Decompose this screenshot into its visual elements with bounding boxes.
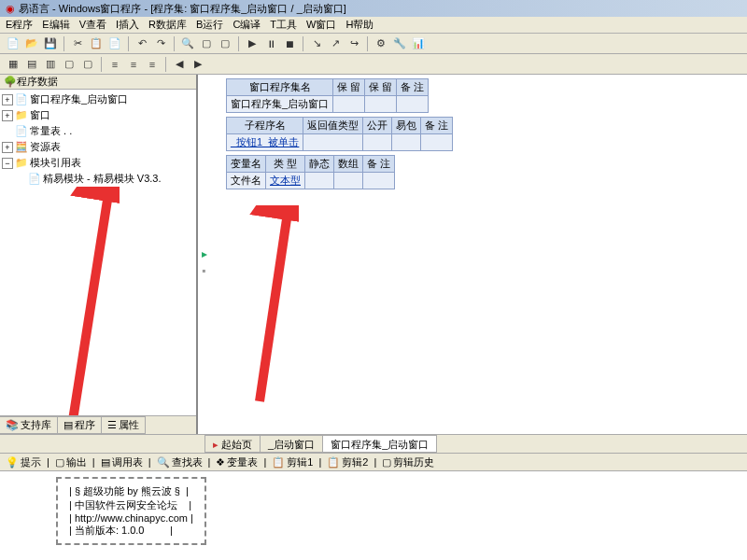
code-editor[interactable]: 窗口程序集名保 留保 留备 注 窗口程序集_启动窗口 子程序名返回值类型公开易包… <box>198 75 747 434</box>
tree-node-constants[interactable]: 📄 常量表 . . <box>2 123 194 139</box>
tool-icon[interactable]: ⚙ <box>374 36 388 51</box>
layout-icon[interactable]: ▦ <box>6 57 21 72</box>
layout-icon[interactable]: ▢ <box>80 57 95 72</box>
tab-support[interactable]: 📚支持库 <box>0 416 58 434</box>
collapse-icon[interactable]: − <box>2 158 13 169</box>
tree-node-modules[interactable]: − 📁 模块引用表 <box>2 155 194 171</box>
menu-run[interactable]: B运行 <box>196 18 223 32</box>
tab-startwindow[interactable]: _启动窗口 <box>260 435 323 453</box>
tree-view[interactable]: + 📄 窗口程序集_启动窗口 + 📁 窗口 📄 常量表 . . + 🧮 资源表 … <box>0 90 196 415</box>
tab-startpage[interactable]: ▸ 起始页 <box>204 435 261 453</box>
step-icon[interactable]: ↗ <box>328 36 343 51</box>
menubar: E程序 E编辑 V查看 I插入 R数据库 B运行 C编译 T工具 W窗口 H帮助 <box>0 17 747 34</box>
menu-program[interactable]: E程序 <box>6 18 33 32</box>
align-icon[interactable]: ≡ <box>145 57 160 72</box>
separator: | <box>92 456 95 468</box>
menu-edit[interactable]: E编辑 <box>42 18 69 32</box>
step-icon[interactable]: ↪ <box>346 36 361 51</box>
expand-icon[interactable]: + <box>2 142 13 153</box>
doc-icon: 📄 <box>15 125 28 137</box>
undo-icon[interactable]: ↶ <box>134 36 149 51</box>
cell[interactable] <box>363 173 395 189</box>
copy-icon[interactable]: 📋 <box>89 36 104 51</box>
cell[interactable] <box>305 173 334 189</box>
align-icon[interactable]: ≡ <box>107 57 122 72</box>
panel-clip2[interactable]: 📋剪辑2 <box>327 455 368 469</box>
col-header: 备 注 <box>363 156 395 173</box>
menu-tools[interactable]: T工具 <box>270 18 297 32</box>
table-variable[interactable]: 变量名类 型静态数组备 注 文件名文本型 <box>226 155 395 189</box>
separator: | <box>208 456 211 468</box>
tab-properties[interactable]: ☰属性 <box>101 416 146 434</box>
panel-vartable[interactable]: ❖变量表 <box>216 455 258 469</box>
pause-icon[interactable]: ⏸ <box>263 36 278 51</box>
run-icon[interactable]: ▶ <box>245 36 260 51</box>
panel-findtable[interactable]: 🔍查找表 <box>157 455 203 469</box>
table-subroutine[interactable]: 子程序名返回值类型公开易包备 注 _按钮1_被单击 <box>226 117 453 151</box>
tree-node-module-item[interactable]: 📄 精易模块 - 精易模块 V3.3. <box>2 171 194 187</box>
tool-icon[interactable]: 📊 <box>411 36 426 51</box>
menu-compile[interactable]: C编译 <box>233 18 261 32</box>
tool-icon[interactable]: 🔧 <box>392 36 407 51</box>
paste-icon[interactable]: 📄 <box>107 36 122 51</box>
tab-program[interactable]: ▤程序 <box>57 416 102 434</box>
svg-line-0 <box>73 194 108 415</box>
panel-calltable[interactable]: ▤调用表 <box>101 455 143 469</box>
fwd-icon[interactable]: ▶ <box>190 57 205 72</box>
expand-icon[interactable]: + <box>2 94 13 105</box>
cell[interactable] <box>397 96 429 113</box>
cell[interactable] <box>392 134 421 151</box>
menu-database[interactable]: R数据库 <box>148 18 187 32</box>
open-icon[interactable]: 📂 <box>24 36 39 51</box>
cell[interactable]: _按钮1_被单击 <box>227 134 303 151</box>
resource-icon: 🧮 <box>15 141 28 153</box>
menu-help[interactable]: H帮助 <box>345 18 374 32</box>
sub-link[interactable]: _按钮1_被单击 <box>231 136 299 147</box>
output-panel[interactable]: | § 超级功能 by 熊云波 § | | 中国软件云网安全论坛 | | htt… <box>0 471 747 560</box>
panel-output[interactable]: ▢输出 <box>55 455 87 469</box>
cell[interactable] <box>333 96 365 113</box>
cell[interactable] <box>334 173 363 189</box>
find-icon[interactable]: 🔍 <box>180 36 195 51</box>
type-link[interactable]: 文本型 <box>270 175 301 186</box>
separator <box>128 36 129 51</box>
layout-icon[interactable]: ▢ <box>62 57 77 72</box>
menu-window[interactable]: W窗口 <box>306 18 336 32</box>
tree-node-window[interactable]: + 📁 窗口 <box>2 107 194 123</box>
cell[interactable]: 窗口程序集_启动窗口 <box>227 96 333 113</box>
panel-clip1[interactable]: 📋剪辑1 <box>272 455 313 469</box>
layout-icon[interactable]: ▤ <box>24 57 39 72</box>
save-icon[interactable]: 💾 <box>43 36 58 51</box>
new-icon[interactable]: 📄 <box>6 36 21 51</box>
tree-node-resources[interactable]: + 🧮 资源表 <box>2 139 194 155</box>
cell[interactable]: 文件名 <box>227 173 266 189</box>
stop-icon[interactable]: ⏹ <box>282 36 297 51</box>
sidebar: 🌳 程序数据 + 📄 窗口程序集_启动窗口 + 📁 窗口 📄 常量表 . . +… <box>0 75 198 434</box>
cell[interactable] <box>363 134 392 151</box>
search-icon: 🔍 <box>157 456 170 469</box>
cell[interactable] <box>303 134 363 151</box>
gutter-arrow-icon: ▪ <box>202 264 207 277</box>
expand-icon[interactable]: + <box>2 110 13 121</box>
step-icon[interactable]: ↘ <box>309 36 324 51</box>
cell[interactable] <box>421 134 453 151</box>
cut-icon[interactable]: ✂ <box>70 36 85 51</box>
action-icon[interactable]: ▢ <box>218 36 233 51</box>
layout-icon[interactable]: ▥ <box>43 57 58 72</box>
table-assembly[interactable]: 窗口程序集名保 留保 留备 注 窗口程序集_启动窗口 <box>226 78 429 113</box>
align-icon[interactable]: ≡ <box>126 57 141 72</box>
back-icon[interactable]: ◀ <box>172 57 187 72</box>
cell[interactable]: 文本型 <box>266 173 305 189</box>
redo-icon[interactable]: ↷ <box>153 36 168 51</box>
panel-cliphist[interactable]: ▢剪辑历史 <box>382 455 434 469</box>
tab-assembly[interactable]: 窗口程序集_启动窗口 <box>322 435 437 453</box>
menu-view[interactable]: V查看 <box>79 18 106 32</box>
cell[interactable] <box>365 96 397 113</box>
separator: | <box>263 456 266 468</box>
action-icon[interactable]: ▢ <box>199 36 214 51</box>
book-icon: 📚 <box>6 419 19 431</box>
menu-insert[interactable]: I插入 <box>116 18 139 32</box>
tree-node-assembly[interactable]: + 📄 窗口程序集_启动窗口 <box>2 91 194 107</box>
tree-label: 常量表 . . <box>30 124 72 138</box>
panel-tips[interactable]: 💡提示 <box>6 455 41 469</box>
